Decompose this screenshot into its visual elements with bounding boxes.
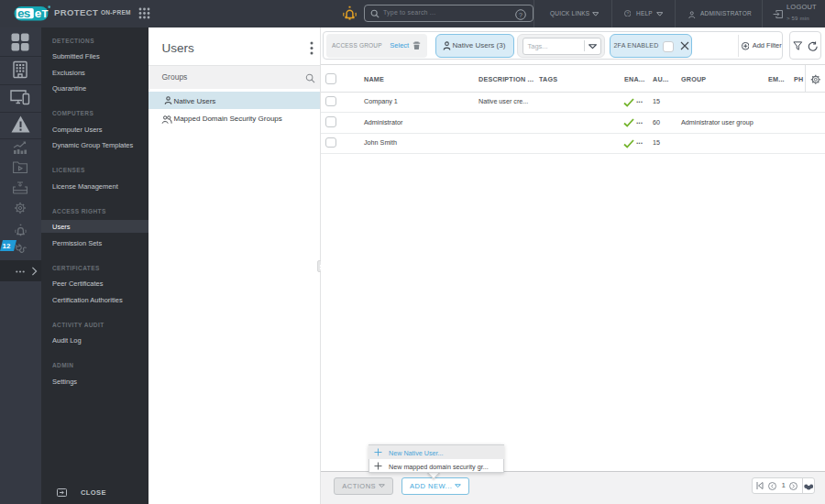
svg-text:es: es [17, 6, 30, 20]
svg-text:T: T [41, 8, 48, 19]
svg-text:?: ? [626, 11, 629, 16]
svg-text:?: ? [519, 12, 522, 18]
